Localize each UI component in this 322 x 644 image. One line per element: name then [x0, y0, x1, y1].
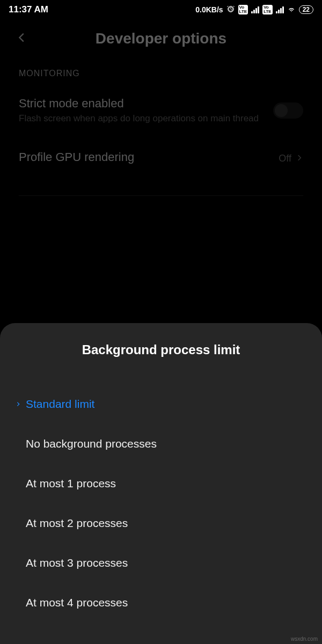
- option-label: At most 3 processes: [24, 557, 128, 569]
- sheet-title: Background process limit: [0, 342, 322, 357]
- option-no-background[interactable]: No background processes: [0, 424, 322, 464]
- bottom-sheet: Background process limit Standard limit …: [0, 323, 322, 644]
- section-label-monitoring: MONITORING: [0, 63, 322, 84]
- option-at-most-1[interactable]: At most 1 process: [0, 464, 322, 503]
- setting-strict-mode[interactable]: Strict mode enabled Flash screen when ap…: [0, 84, 322, 137]
- setting-text: Profile GPU rendering: [19, 150, 279, 166]
- battery-icon: 22: [299, 5, 313, 14]
- status-time: 11:37 AM: [9, 4, 48, 15]
- setting-title: Strict mode enabled: [19, 97, 262, 111]
- setting-value: Off: [279, 153, 303, 164]
- page-header: Developer options: [0, 19, 322, 63]
- volte-icon-1: VoLTE: [238, 5, 248, 14]
- wifi-icon: [287, 5, 296, 15]
- signal-icon-2: [276, 6, 284, 13]
- volte-icon-2: VoLTE: [262, 5, 273, 14]
- setting-gpu-rendering[interactable]: Profile GPU rendering Off: [0, 137, 322, 179]
- watermark: wsxdn.com: [291, 636, 318, 642]
- option-at-most-3[interactable]: At most 3 processes: [0, 543, 322, 583]
- alarm-icon: [226, 5, 235, 15]
- setting-text: Strict mode enabled Flash screen when ap…: [19, 97, 273, 125]
- data-rate: 0.0KB/s: [195, 5, 223, 14]
- option-label: At most 2 processes: [24, 517, 128, 530]
- option-label: At most 4 processes: [24, 596, 128, 609]
- option-standard-limit[interactable]: Standard limit: [0, 384, 322, 424]
- gpu-value: Off: [279, 153, 291, 164]
- status-bar: 11:37 AM 0.0KB/s VoLTE VoLTE 22: [0, 0, 322, 19]
- selected-indicator-icon: [13, 400, 24, 408]
- signal-icon-1: [251, 6, 259, 13]
- option-label: Standard limit: [24, 398, 94, 411]
- option-at-most-2[interactable]: At most 2 processes: [0, 503, 322, 543]
- page-title: Developer options: [11, 30, 311, 47]
- option-at-most-4[interactable]: At most 4 processes: [0, 583, 322, 623]
- divider: [19, 195, 303, 196]
- back-button[interactable]: [16, 32, 28, 46]
- option-label: No background processes: [24, 437, 157, 450]
- option-label: At most 1 process: [24, 477, 116, 490]
- chevron-right-icon: [296, 153, 303, 164]
- strict-mode-toggle[interactable]: [273, 103, 303, 119]
- status-right: 0.0KB/s VoLTE VoLTE 22: [195, 5, 313, 15]
- setting-desc: Flash screen when apps do long operation…: [19, 113, 262, 125]
- setting-title: Profile GPU rendering: [19, 150, 268, 164]
